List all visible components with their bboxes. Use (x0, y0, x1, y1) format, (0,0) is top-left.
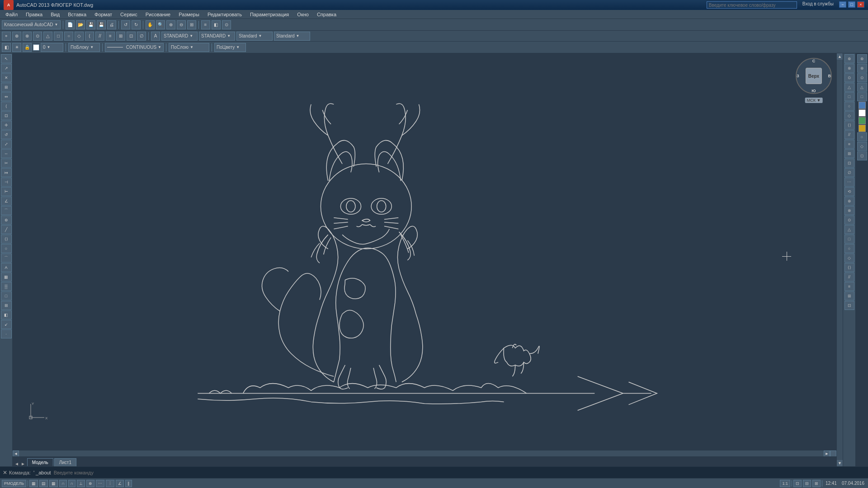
layer-freeze-btn[interactable]: ☀ (12, 43, 21, 52)
statusbar-lock[interactable]: ⊟ (803, 480, 811, 487)
tb-save[interactable]: 💾 (86, 20, 95, 29)
rt1-btn15[interactable]: ⟲ (844, 187, 854, 196)
tb-zoomout[interactable]: ⊖ (177, 20, 186, 29)
rt1-btn26[interactable]: ⊞ (844, 291, 854, 300)
standard-dropdown-1[interactable]: STANDARD ▼ (161, 32, 198, 41)
cmd-input[interactable] (54, 470, 865, 475)
tb2-a[interactable]: A (151, 32, 160, 41)
tb-layer[interactable]: ◧ (212, 20, 221, 29)
tb2-dyn[interactable]: □ (54, 32, 63, 41)
rt1-btn7[interactable]: ◇ (844, 111, 854, 120)
lt-join[interactable]: ⊢ (1, 187, 12, 196)
rt2-btn8[interactable]: ⟨⟩ (857, 151, 867, 160)
lt-gradient[interactable]: ▒ (1, 282, 12, 291)
bottom-scroll-bar[interactable]: ◄ ► (13, 450, 836, 456)
vscroll-thumb[interactable] (837, 60, 843, 460)
statusbar-snap[interactable]: ▦ (29, 480, 38, 487)
layer-lock-btn[interactable]: 🔒 (23, 43, 32, 52)
statusbar-ortho[interactable]: ▦ (49, 480, 58, 487)
linetype-dropdown[interactable]: CONTINUOUS ▼ (105, 43, 164, 52)
color-yellow[interactable] (859, 125, 866, 132)
rt2-btn7[interactable]: ◇ (857, 142, 867, 151)
rt2-btn2[interactable]: ⊗ (857, 64, 867, 73)
minimize-button[interactable]: − (839, 1, 846, 8)
lt-region[interactable]: □ (1, 291, 12, 300)
statusbar-grid[interactable]: ▤ (39, 480, 48, 487)
rt2-btn5[interactable]: □ (857, 92, 867, 101)
statusbar-qs[interactable]: ⋮ (106, 480, 114, 487)
tb2-custom[interactable]: ∅ (137, 32, 146, 41)
rt1-btn6[interactable]: ○ (844, 102, 854, 111)
tb-zoomin[interactable]: ⊕ (166, 20, 175, 29)
drawing-area[interactable]: Верх С Ю З В МСК ▼ (13, 53, 836, 450)
rt1-btn21[interactable]: ○ (844, 244, 854, 253)
tb2-annot[interactable]: // (95, 32, 104, 41)
rt1-btn23[interactable]: ⟨⟩ (844, 263, 854, 272)
tb2-isodraft[interactable]: △ (43, 32, 52, 41)
menu-view[interactable]: Вид (47, 11, 63, 18)
color-white[interactable] (859, 109, 866, 117)
rt1-btn8[interactable]: ⟨⟩ (844, 121, 854, 130)
workspace-dropdown[interactable]: Классический AutoCAD ▼ (2, 20, 61, 29)
menu-edit[interactable]: Правка (22, 11, 46, 18)
lt-trim[interactable]: ✂ (1, 159, 12, 168)
menu-window[interactable]: Окно (293, 11, 312, 18)
menu-draw[interactable]: Рисование (142, 11, 174, 18)
lt-array[interactable]: ⊡ (1, 111, 12, 120)
tb-new[interactable]: 📄 (66, 20, 75, 29)
tab-model[interactable]: Модель (27, 458, 53, 466)
statusbar-scale[interactable]: 1:1 (780, 480, 790, 487)
rt1-btn11[interactable]: ⊞ (844, 149, 854, 158)
statusbar-ui[interactable]: ⊞ (812, 480, 821, 487)
rt1-btn12[interactable]: ⊡ (844, 159, 854, 168)
close-button[interactable]: × (857, 1, 864, 8)
standard-dropdown-3[interactable]: Standard ▼ (236, 32, 273, 41)
tb2-polar[interactable]: ⊙ (33, 32, 42, 41)
rt1-btn10[interactable]: ≡ (844, 140, 854, 149)
lt-table[interactable]: ⊞ (1, 301, 12, 310)
tb-zoom[interactable]: 🔍 (156, 20, 165, 29)
rt1-btn3[interactable]: ⊙ (844, 73, 854, 82)
statusbar-trans[interactable]: ⋯ (96, 480, 104, 487)
lt-stretch[interactable]: ↔ (1, 149, 12, 158)
color-blue[interactable] (859, 102, 866, 109)
tb2-ortho[interactable]: ⊗ (23, 32, 32, 41)
lt-fillet[interactable]: ⌒ (1, 206, 12, 215)
tb-print[interactable]: 🖨 (107, 20, 116, 29)
tb2-snap[interactable]: ⌖ (2, 32, 11, 41)
layer-name-dropdown[interactable]: 0 ▼ (41, 43, 63, 52)
rt1-btn27[interactable]: ⊡ (844, 301, 854, 310)
vscroll-down-button[interactable]: ▼ (837, 460, 843, 466)
lt-chamfer[interactable]: ∠ (1, 197, 12, 206)
rt2-btn3[interactable]: ⊙ (857, 73, 867, 82)
lt-move[interactable]: ✛ (1, 121, 12, 130)
tb2-sel[interactable]: ⟨ (85, 32, 94, 41)
rt1-btn14[interactable]: ⋯ (844, 178, 854, 187)
rt1-btn20[interactable]: □ (844, 235, 854, 244)
lt-offset[interactable]: ⟨ (1, 102, 12, 111)
tb2-osnap[interactable]: ⊕ (12, 32, 21, 41)
statusbar-workspace[interactable]: ⊡ (793, 480, 802, 487)
lt-extend[interactable]: ↦ (1, 168, 12, 177)
menu-tools[interactable]: Сервис (117, 11, 141, 18)
scroll-right-button[interactable]: ► (824, 450, 830, 457)
menu-insert[interactable]: Вставка (64, 11, 90, 18)
tb-properties[interactable]: ≡ (201, 20, 210, 29)
tb2-lock[interactable]: ⊡ (127, 32, 136, 41)
lt-select2[interactable]: ↗ (1, 64, 12, 73)
color-green[interactable] (859, 117, 866, 124)
lt-hatch[interactable]: ▦ (1, 272, 12, 282)
search-input[interactable] (707, 1, 797, 9)
vscroll-up-button[interactable]: ▲ (837, 53, 843, 60)
rt1-btn5[interactable]: □ (844, 92, 854, 101)
lt-point[interactable]: · (1, 329, 12, 338)
tb-undo[interactable]: ↺ (121, 20, 130, 29)
rt1-btn4[interactable]: △ (844, 83, 854, 92)
tb2-ws[interactable]: ⊞ (116, 32, 125, 41)
statusbar-sel[interactable]: ∠ (116, 480, 124, 487)
vertical-scrollbar[interactable]: ▲ ▼ (836, 53, 843, 466)
rt2-btn6[interactable]: ○ (857, 132, 867, 141)
rt1-btn1[interactable]: ⊕ (844, 54, 854, 63)
statusbar-dynin[interactable]: ⊥ (77, 480, 85, 487)
byblock-dropdown[interactable]: ПоБлоку ▼ (68, 43, 100, 52)
